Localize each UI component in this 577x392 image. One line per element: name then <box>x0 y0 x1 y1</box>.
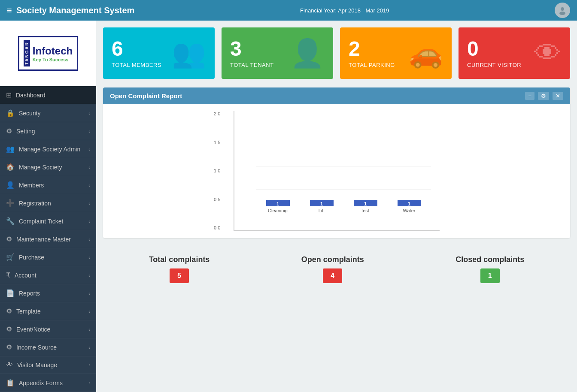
sidebar-item-event-notice[interactable]: ⚙ Event/Notice ‹ <box>0 320 96 338</box>
sidebar-item-reports[interactable]: 📄 Reports ‹ <box>0 284 96 302</box>
sidebar-item-visitor-manage[interactable]: 👁 Visitor Manage ‹ <box>0 356 96 374</box>
stat-icon-total-parking: 🚗 <box>409 37 443 69</box>
sidebar-item-account[interactable]: ₹ Account ‹ <box>0 266 96 284</box>
sidebar-label-maintenance-master: Maintenance Master <box>16 236 71 243</box>
sidebar-item-left: 🔒 Security <box>6 109 41 117</box>
chevron-icon: ‹ <box>88 147 90 152</box>
sidebar-item-left: ⚙ Income Source <box>6 343 57 351</box>
logo-side-text: TANGAR <box>24 40 30 66</box>
sidebar-item-complaint-ticket[interactable]: 🔧 Complaint Ticket ‹ <box>0 212 96 230</box>
bar-Cleaninig: 1 <box>266 200 290 206</box>
sidebar-item-income-source[interactable]: ⚙ Income Source ‹ <box>0 338 96 356</box>
sidebar-item-left: 📄 Reports <box>6 289 40 297</box>
header-right <box>555 3 570 18</box>
sidebar-logo: TANGAR Infotech Key To Success <box>0 21 96 86</box>
stat-cards: 6 TOTAL MEMBERS 👥 3 TOTAL TENANT 👤 2 TOT… <box>103 27 570 79</box>
sidebar-icon-members: 👤 <box>6 181 15 189</box>
stat-info: 3 TOTAL TENANT <box>230 39 274 68</box>
chevron-icon: ‹ <box>88 291 90 296</box>
svg-point-0 <box>561 7 564 11</box>
sidebar-icon-appendix-forms: 📋 <box>6 379 15 387</box>
sidebar-label-income-source: Income Source <box>16 344 57 351</box>
sidebar-label-members: Members <box>19 182 44 189</box>
sidebar-item-setting[interactable]: ⚙ Setting ‹ <box>0 122 96 140</box>
stat-info: 2 TOTAL PARKING <box>349 39 395 68</box>
sidebar-item-security[interactable]: 🔒 Security ‹ <box>0 104 96 122</box>
panel-controls: − ⚙ ✕ <box>525 92 563 100</box>
sidebar-label-security: Security <box>19 110 41 117</box>
y-label: 2.0 <box>214 111 220 116</box>
stat-number-total-parking: 2 <box>349 39 395 59</box>
stat-card-total-members: 6 TOTAL MEMBERS 👥 <box>103 27 215 79</box>
sidebar-item-members[interactable]: 👤 Members ‹ <box>0 176 96 194</box>
sidebar-item-manage-society[interactable]: 🏠 Manage Society ‹ <box>0 158 96 176</box>
sidebar-item-left: ⚙ Maintenance Master <box>6 235 71 243</box>
sidebar-item-left: 🏠 Manage Society <box>6 163 62 171</box>
stat-info: 6 TOTAL MEMBERS <box>112 39 161 68</box>
sidebar-icon-visitor-manage: 👁 <box>6 361 13 369</box>
avatar[interactable] <box>555 3 570 18</box>
close-button[interactable]: ✕ <box>553 92 563 100</box>
bar-wrap-test: 1test <box>354 200 377 213</box>
bar-label: test <box>361 208 369 213</box>
sidebar-item-maintenance-master[interactable]: ⚙ Maintenance Master ‹ <box>0 230 96 248</box>
bar-test: 1 <box>354 200 377 206</box>
app-body: TANGAR Infotech Key To Success ⊞ Dashboa… <box>0 21 577 392</box>
y-label: 0.0 <box>214 225 220 230</box>
sidebar-item-registration[interactable]: ➕ Registration ‹ <box>0 194 96 212</box>
bar-label: Water <box>403 208 416 213</box>
sidebar-icon-dashboard: ⊞ <box>6 91 12 99</box>
sidebar-label-registration: Registration <box>19 200 51 207</box>
y-label: 0.5 <box>214 197 220 202</box>
bar-value: 1 <box>408 200 410 206</box>
sidebar-icon-manage-society-admin: 👥 <box>6 145 15 153</box>
sidebar-label-purchase: Purchase <box>19 254 44 261</box>
settings-button[interactable]: ⚙ <box>538 92 549 100</box>
sidebar-icon-manage-society: 🏠 <box>6 163 15 171</box>
chevron-icon: ‹ <box>88 111 90 116</box>
sidebar-item-left: ₹ Account <box>6 271 36 279</box>
total-complaints-block: Total complaints 5 <box>149 255 210 283</box>
chevron-icon: ‹ <box>88 273 90 278</box>
sidebar-icon-account: ₹ <box>6 271 10 279</box>
panel-title: Open Complaint Report <box>110 92 182 100</box>
open-complaints-label: Open complaints <box>301 255 364 264</box>
chevron-icon: ‹ <box>88 255 90 260</box>
sidebar-item-left: ⚙ Setting <box>6 127 35 135</box>
stat-card-total-tenant: 3 TOTAL TENANT 👤 <box>222 27 333 79</box>
sidebar-icon-setting: ⚙ <box>6 127 12 135</box>
app-title: Society Management System <box>16 6 135 15</box>
sidebar-label-complaint-ticket: Complaint Ticket <box>19 218 63 225</box>
hamburger-icon[interactable]: ≡ <box>7 6 12 15</box>
sidebar-item-appendix-forms[interactable]: 📋 Appendix Forms ‹ <box>0 374 96 392</box>
chevron-icon: ‹ <box>88 380 90 386</box>
sidebar-icon-registration: ➕ <box>6 199 15 207</box>
sidebar-item-left: ⚙ Template <box>6 307 41 315</box>
chevron-icon: ‹ <box>88 165 90 170</box>
chevron-icon: ‹ <box>88 183 90 188</box>
minimize-button[interactable]: − <box>525 92 534 100</box>
sidebar-label-visitor-manage: Visitor Manage <box>17 362 57 368</box>
closed-complaints-block: Closed complaints 1 <box>456 255 524 283</box>
sidebar-label-appendix-forms: Appendix Forms <box>19 380 63 386</box>
sidebar-item-purchase[interactable]: 🛒 Purchase ‹ <box>0 248 96 266</box>
stat-icon-total-members: 👥 <box>172 37 206 69</box>
chevron-icon: ‹ <box>88 327 90 332</box>
sidebar-icon-reports: 📄 <box>6 289 15 297</box>
sidebar-item-dashboard[interactable]: ⊞ Dashboard <box>0 86 96 104</box>
bars-row: 1Cleaninig1Lift1test1Water <box>256 120 431 213</box>
sidebar-label-dashboard: Dashboard <box>16 92 46 99</box>
sidebar-item-left: ➕ Registration <box>6 199 51 207</box>
sidebar-item-template[interactable]: ⚙ Template ‹ <box>0 302 96 320</box>
logo-main: Infotech <box>33 45 73 57</box>
bar-value: 1 <box>276 200 279 206</box>
bar-value: 1 <box>364 200 367 206</box>
sidebar-label-setting: Setting <box>16 128 35 135</box>
sidebar-item-manage-society-admin[interactable]: 👥 Manage Society Admin ‹ <box>0 140 96 158</box>
chevron-icon: ‹ <box>88 129 90 134</box>
logo-box: TANGAR Infotech Key To Success <box>18 36 78 70</box>
logo-sub: Key To Success <box>33 57 73 62</box>
stat-number-total-members: 6 <box>112 39 161 59</box>
stat-label-total-tenant: TOTAL TENANT <box>230 62 274 68</box>
sidebar-item-left: ⚙ Event/Notice <box>6 325 50 333</box>
